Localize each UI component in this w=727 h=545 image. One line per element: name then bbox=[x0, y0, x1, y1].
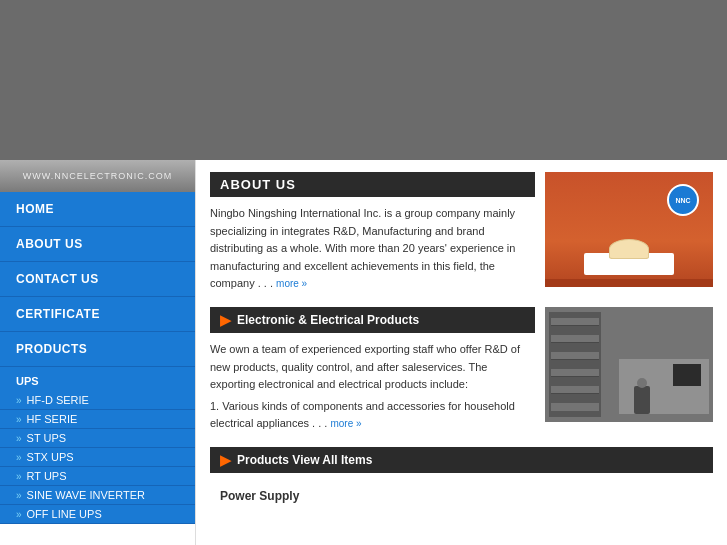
about-section: ABOUT US Ningbo Ningshing International … bbox=[210, 172, 713, 293]
electronic-left: ▶ Electronic & Electrical Products We ow… bbox=[210, 307, 535, 433]
about-more-link[interactable]: more » bbox=[276, 278, 307, 289]
arrow-icon: » bbox=[16, 452, 22, 463]
lobby-floor bbox=[545, 279, 713, 287]
sidebar-nav: HOME ABOUT US CONTACT US CERTIFICATE PRO… bbox=[0, 192, 195, 524]
sidebar-item-stx-ups[interactable]: » STX UPS bbox=[0, 448, 195, 467]
arrow-icon: » bbox=[16, 395, 22, 406]
img-overlay bbox=[545, 307, 713, 422]
electronic-section: ▶ Electronic & Electrical Products We ow… bbox=[210, 307, 713, 433]
about-text: Ningbo Ningshing International Inc. is a… bbox=[210, 205, 535, 293]
sidebar-item-st-ups[interactable]: » ST UPS bbox=[0, 429, 195, 448]
about-left: ABOUT US Ningbo Ningshing International … bbox=[210, 172, 535, 293]
products-section: ▶ Products View All Items Power Supply bbox=[210, 447, 713, 511]
sidebar-item-contact-us[interactable]: CONTACT US bbox=[0, 262, 195, 297]
arrow-icon: » bbox=[16, 471, 22, 482]
power-supply-label: Power Supply bbox=[220, 489, 299, 503]
sidebar-item-home[interactable]: HOME bbox=[0, 192, 195, 227]
main-content: ABOUT US Ningbo Ningshing International … bbox=[196, 160, 727, 545]
arrow-icon: » bbox=[16, 414, 22, 425]
about-header: ABOUT US bbox=[210, 172, 535, 197]
sidebar-item-sine-wave[interactable]: » SINE WAVE INVERTER bbox=[0, 486, 195, 505]
sidebar-item-hfd-serie[interactable]: » HF-D SERIE bbox=[0, 391, 195, 410]
electronic-list: 1. Various kinds of components and acces… bbox=[210, 398, 535, 433]
lobby-flowers bbox=[609, 239, 649, 259]
logo-circle: NNC bbox=[667, 184, 699, 216]
electronic-header: ▶ Electronic & Electrical Products bbox=[210, 307, 535, 333]
electronic-text: We own a team of experienced exporting s… bbox=[210, 341, 535, 394]
sidebar-logo-text: www.nncelectronic.com bbox=[23, 171, 173, 181]
orange-arrow-icon: ▶ bbox=[220, 312, 231, 328]
sidebar-item-hf-serie[interactable]: » HF SERIE bbox=[0, 410, 195, 429]
sidebar-ups-label: UPS bbox=[0, 367, 195, 391]
electronic-image bbox=[545, 307, 713, 422]
main-wrapper: www.nncelectronic.com HOME ABOUT US CONT… bbox=[0, 160, 727, 545]
products-header: ▶ Products View All Items bbox=[210, 447, 713, 473]
top-gray-bar bbox=[0, 0, 727, 160]
orange-arrow-icon-2: ▶ bbox=[220, 452, 231, 468]
sidebar-item-rt-ups[interactable]: » RT UPS bbox=[0, 467, 195, 486]
sidebar-item-products[interactable]: PRODUCTS bbox=[0, 332, 195, 367]
sidebar-item-certificate[interactable]: CERTIFICATE bbox=[0, 297, 195, 332]
elec-img-bg bbox=[545, 307, 713, 422]
about-img-inner: NNC bbox=[545, 172, 713, 287]
arrow-icon: » bbox=[16, 433, 22, 444]
products-content: Power Supply bbox=[210, 481, 713, 511]
about-image: NNC bbox=[545, 172, 713, 287]
arrow-icon: » bbox=[16, 509, 22, 520]
sidebar-item-off-line-ups[interactable]: » OFF LINE UPS bbox=[0, 505, 195, 524]
electronic-more-link[interactable]: more » bbox=[330, 418, 361, 429]
sidebar-logo-bar: www.nncelectronic.com bbox=[0, 160, 195, 192]
sidebar-item-about-us[interactable]: ABOUT US bbox=[0, 227, 195, 262]
logo-circle-text: NNC bbox=[675, 197, 690, 204]
arrow-icon: » bbox=[16, 490, 22, 501]
sidebar: www.nncelectronic.com HOME ABOUT US CONT… bbox=[0, 160, 196, 545]
